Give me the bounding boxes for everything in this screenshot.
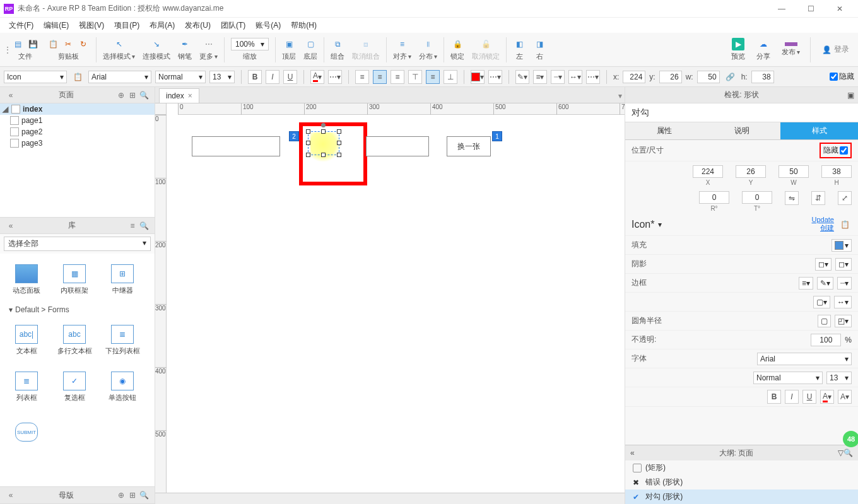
reset-size-icon[interactable]: ⤢ [838, 191, 852, 205]
add-folder-icon[interactable]: ⊞ [127, 91, 138, 100]
insp-underline[interactable]: U [802, 390, 816, 404]
menu-view[interactable]: 视图(V) [75, 19, 108, 32]
fill-more-button[interactable]: ⋯▾ [488, 70, 502, 84]
insp-size-combo[interactable]: 13▾ [826, 372, 852, 384]
flip-v-icon[interactable]: ⇵ [811, 191, 825, 205]
menu-file[interactable]: 文件(F) [5, 19, 37, 32]
tree-page1[interactable]: page1 [0, 115, 155, 126]
canvas-shape-selected[interactable] [308, 131, 339, 155]
tb-front[interactable]: ▣顶层 [278, 37, 300, 62]
input-rot[interactable]: 0 [699, 191, 729, 204]
align-left-button[interactable]: ≡ [355, 70, 369, 84]
lib-collapse-icon[interactable]: « [5, 221, 16, 230]
widget-dynamic-panel[interactable]: 动态面板 [4, 257, 49, 302]
inspector-pin-icon[interactable]: ▣ [847, 91, 854, 100]
fill-color-button[interactable]: ▾ [471, 70, 485, 84]
tb-back[interactable]: ▢底层 [300, 37, 321, 62]
note-badge-1[interactable]: 1 [492, 131, 502, 141]
menu-project[interactable]: 项目(P) [110, 19, 143, 32]
bold-button[interactable]: B [248, 70, 262, 84]
line-color-button[interactable]: ✎▾ [515, 70, 529, 84]
tb-connect[interactable]: ↘连接模式 [139, 37, 174, 62]
underline-button[interactable]: U [283, 70, 297, 84]
tab-style[interactable]: 样式 [780, 122, 858, 140]
input-y[interactable]: 26 [736, 165, 766, 178]
border-arrows[interactable]: ↔▾ [834, 296, 852, 308]
insp-bold[interactable]: B [767, 390, 781, 404]
menu-publish[interactable]: 发布(U) [181, 19, 214, 32]
tb-preview[interactable]: ▶预览 [727, 37, 749, 62]
text-color-button[interactable]: A▾ [310, 70, 324, 84]
opacity-input[interactable]: 100 [811, 334, 841, 346]
border-weight[interactable]: ≡▾ [799, 277, 813, 290]
size-w[interactable]: 50 [697, 71, 720, 83]
menu-help[interactable]: 帮助(H) [287, 19, 320, 32]
login-button[interactable]: 👤登录 [817, 43, 854, 56]
shape-style-combo[interactable]: Icon▾ [4, 71, 67, 83]
hide-checkbox[interactable]: 隐藏 [830, 71, 854, 82]
tb-share[interactable]: ☁分享 [753, 37, 774, 62]
italic-button[interactable]: I [266, 70, 279, 84]
search-icon[interactable]: 🔍 [138, 91, 150, 100]
note-badge-2[interactable]: 2 [289, 131, 299, 141]
size-combo[interactable]: 13▾ [209, 71, 235, 83]
tb-select[interactable]: ↖选择模式 [99, 37, 139, 62]
insp-textmore[interactable]: A▾ [838, 390, 852, 404]
line-weight-button[interactable]: ≡▾ [533, 70, 547, 84]
hide-toggle-highlight[interactable]: 隐藏 [820, 143, 852, 158]
line-style-button[interactable]: ┈▾ [551, 70, 565, 84]
border-color[interactable]: ✎▾ [817, 277, 833, 290]
tb-align[interactable]: ≡对齐 [389, 37, 415, 62]
input-w[interactable]: 50 [779, 165, 809, 178]
outline-search-icon[interactable]: 🔍 [843, 448, 853, 457]
tb-ungroup[interactable]: ⧈取消组合 [348, 37, 384, 62]
widget-submit[interactable]: SUBMIT [4, 411, 49, 455]
font-combo[interactable]: Arial▾ [88, 71, 151, 83]
radius-corners[interactable]: ◰▾ [835, 315, 852, 327]
tb-unlock[interactable]: 🔓取消锁定 [468, 37, 503, 62]
flip-h-icon[interactable]: ⇋ [785, 191, 799, 205]
pos-x[interactable]: 224 [623, 71, 645, 83]
outer-shadow[interactable]: ◻▾ [815, 258, 832, 271]
input-x[interactable]: 224 [693, 165, 723, 178]
tb-clipboard[interactable]: 📋✂↻剪贴板 [43, 37, 93, 62]
widget-repeater[interactable]: ⊞中继器 [100, 257, 145, 302]
outline-item-error[interactable]: ✖错误 (形状) [625, 475, 858, 489]
canvas-scrollbar[interactable] [155, 493, 625, 504]
floating-badge[interactable]: 48 [843, 431, 858, 447]
tab-notes[interactable]: 说明 [703, 122, 780, 140]
fill-picker[interactable]: ▾ [832, 239, 852, 252]
valign-top-button[interactable]: ⊤ [408, 70, 422, 84]
tb-pen[interactable]: ✒钢笔 [174, 37, 196, 62]
outline-item-check[interactable]: ✔对勾 (形状) [625, 489, 858, 504]
library-section[interactable]: ▾Default > Forms [4, 302, 151, 318]
tree-root[interactable]: ◢index [0, 103, 155, 115]
border-sides[interactable]: ▢▾ [813, 296, 830, 308]
tb-more[interactable]: ⋯更多 [196, 37, 221, 62]
line-more-button[interactable]: ⋯▾ [586, 70, 600, 84]
pos-y[interactable]: 26 [659, 71, 682, 83]
input-h[interactable]: 38 [821, 165, 852, 178]
add-page-icon[interactable]: ⊕ [115, 91, 127, 100]
tree-page3[interactable]: page3 [0, 138, 155, 149]
lib-menu-icon[interactable]: ≡ [127, 221, 138, 230]
weight-combo[interactable]: Normal▾ [155, 71, 206, 83]
align-center-button[interactable]: ≡ [373, 70, 387, 84]
arrow-button[interactable]: ↔▾ [568, 70, 582, 84]
create-style-link[interactable]: 创建 [820, 223, 834, 233]
widget-textarea[interactable]: abc多行文本框 [52, 318, 97, 362]
tb-zoom[interactable]: 100%▾缩放 [227, 37, 273, 62]
border-style[interactable]: ┈▾ [837, 277, 852, 290]
close-tab-icon[interactable]: × [188, 91, 192, 100]
radius-input[interactable]: ▢ [818, 315, 831, 327]
menu-edit[interactable]: 编辑(E) [40, 19, 73, 32]
outline-collapse-icon[interactable]: « [630, 448, 635, 457]
inner-shadow[interactable]: ◻▾ [835, 258, 852, 271]
canvas-stage[interactable]: 2 换一张 1 [167, 115, 625, 493]
library-filter[interactable]: 选择全部▾ [4, 237, 151, 251]
insp-font-combo[interactable]: Arial▾ [757, 353, 852, 365]
tb-dock-right[interactable]: ◨右 [529, 37, 549, 62]
menu-account[interactable]: 账号(A) [252, 19, 285, 32]
align-right-button[interactable]: ≡ [391, 70, 404, 84]
outline-filter-icon[interactable]: ▽ [838, 448, 843, 457]
